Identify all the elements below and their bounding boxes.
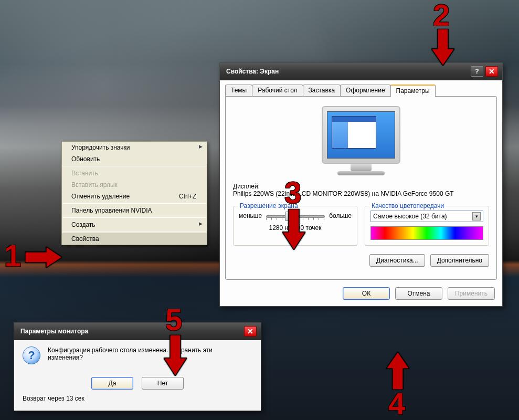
- yes-button[interactable]: Да: [91, 377, 133, 390]
- tab-desktop[interactable]: Рабочий стол: [252, 85, 303, 96]
- ctx-arrange-icons[interactable]: Упорядочить значки: [62, 142, 207, 153]
- svg-marker-1: [431, 29, 454, 66]
- ctx-nvidia-panel[interactable]: Панель управления NVIDIA: [62, 205, 207, 216]
- question-icon: ?: [23, 346, 40, 364]
- window-title: Свойства: Экран: [226, 68, 279, 75]
- close-icon: ✕: [489, 67, 495, 76]
- svg-marker-3: [386, 352, 409, 390]
- apply-button[interactable]: Применить: [448, 287, 495, 300]
- cancel-button[interactable]: Отмена: [395, 287, 442, 300]
- ctx-separator: [62, 217, 206, 218]
- tab-settings[interactable]: Параметры: [390, 85, 436, 97]
- ctx-undo-delete[interactable]: Отменить удаление Ctrl+Z: [62, 191, 207, 202]
- window-title: Параметры монитора: [20, 328, 88, 335]
- color-quality-combo[interactable]: Самое высокое (32 бита) ▾: [370, 211, 483, 222]
- confirm-message: Конфигурация рабочего стола изменена. Со…: [48, 346, 221, 361]
- monitor-settings-confirm-dialog: Параметры монитора ✕ ? Конфигурация рабо…: [14, 322, 261, 411]
- dialog-button-row: ОК Отмена Применить: [220, 284, 502, 306]
- desktop-context-menu: Упорядочить значки Обновить Вставить Вст…: [61, 141, 207, 245]
- ctx-separator: [62, 166, 206, 166]
- annotation-4: 4: [388, 388, 405, 419]
- chevron-down-icon: ▾: [472, 212, 481, 220]
- annotation-2: 2: [433, 0, 450, 30]
- ctx-properties[interactable]: Свойства: [62, 233, 207, 245]
- ctx-refresh[interactable]: Обновить: [62, 153, 207, 165]
- advanced-button[interactable]: Дополнительно: [430, 254, 489, 267]
- annotation-1: 1: [4, 240, 21, 271]
- tab-themes[interactable]: Темы: [225, 85, 252, 96]
- resolution-groupbox: Разрешение экрана меньше больше 1280 на …: [233, 206, 357, 246]
- ctx-separator: [62, 232, 206, 232]
- color-quality-value: Самое высокое (32 бита): [373, 213, 447, 220]
- ctx-new[interactable]: Создать: [62, 219, 207, 230]
- display-name: Philips 220WS (22inch LCD MONITOR 220WS8…: [233, 190, 489, 197]
- slider-thumb[interactable]: [285, 212, 291, 221]
- no-button[interactable]: Нет: [142, 377, 184, 390]
- ctx-separator: [62, 203, 206, 204]
- revert-countdown: Возврат через 13 сек: [23, 395, 252, 402]
- ctx-shortcut: Ctrl+Z: [179, 193, 196, 200]
- close-button[interactable]: ✕: [244, 326, 257, 337]
- annotation-arrow-1: [25, 247, 62, 268]
- ok-button[interactable]: ОК: [343, 287, 390, 300]
- titlebar[interactable]: Параметры монитора ✕: [14, 323, 261, 340]
- tab-appearance[interactable]: Оформление: [340, 85, 390, 96]
- ctx-paste: Вставить: [62, 167, 207, 179]
- monitor-preview: [322, 106, 400, 175]
- resolution-legend: Разрешение экрана: [238, 202, 300, 209]
- color-legend: Качество цветопередачи: [369, 202, 446, 209]
- close-icon: ✕: [247, 327, 253, 335]
- help-button[interactable]: ?: [471, 66, 483, 77]
- troubleshoot-button[interactable]: Диагностика...: [369, 254, 425, 267]
- annotation-arrow-2: [431, 29, 454, 66]
- tab-screensaver[interactable]: Заставка: [303, 85, 341, 96]
- svg-marker-0: [25, 247, 62, 268]
- titlebar[interactable]: Свойства: Экран ? ✕: [220, 63, 502, 80]
- close-button[interactable]: ✕: [485, 66, 498, 77]
- tab-body-settings: Дисплей: Philips 220WS (22inch LCD MONIT…: [225, 96, 497, 280]
- display-label: Дисплей:: [233, 183, 489, 190]
- slider-less-label: меньше: [239, 212, 262, 219]
- slider-more-label: больше: [329, 212, 352, 219]
- display-properties-dialog: Свойства: Экран ? ✕ Темы Рабочий стол За…: [219, 62, 503, 307]
- resolution-slider[interactable]: [266, 211, 325, 221]
- tab-strip: Темы Рабочий стол Заставка Оформление Па…: [220, 80, 502, 96]
- color-quality-groupbox: Качество цветопередачи Самое высокое (32…: [365, 206, 489, 246]
- annotation-arrow-4: [386, 352, 409, 390]
- resolution-value: 1280 на 800 точек: [239, 224, 352, 232]
- color-preview-bar: [370, 226, 483, 240]
- ctx-paste-shortcut: Вставить ярлык: [62, 179, 207, 191]
